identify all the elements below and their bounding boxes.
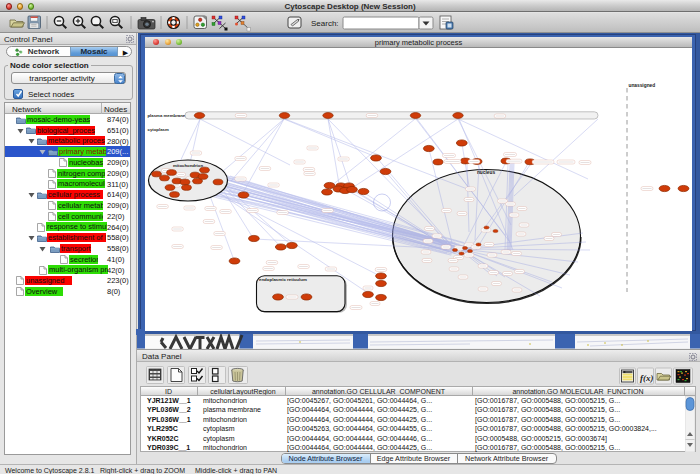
svg-text:Search:: Search: bbox=[311, 19, 339, 28]
svg-text:unassigned: unassigned bbox=[629, 83, 656, 88]
svg-text:mitochondrion: mitochondrion bbox=[173, 163, 203, 168]
svg-text:nucleus: nucleus bbox=[477, 170, 495, 175]
svg-text:endoplasmic reticulum: endoplasmic reticulum bbox=[259, 277, 307, 282]
svg-text:f(x): f(x) bbox=[640, 373, 654, 383]
svg-text:plasma membrane: plasma membrane bbox=[148, 113, 186, 118]
svg-text:cytoplasm: cytoplasm bbox=[148, 127, 169, 132]
